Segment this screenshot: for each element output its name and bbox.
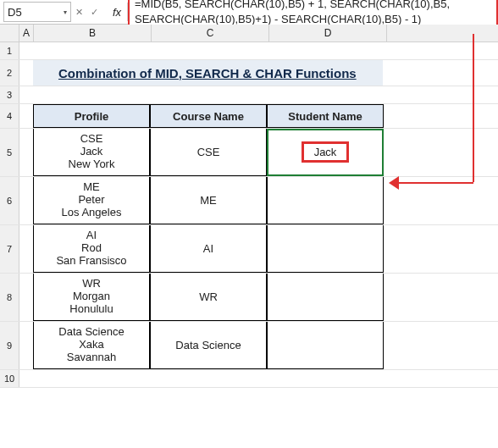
cell[interactable] bbox=[150, 370, 267, 387]
profile-line: Jack bbox=[80, 146, 103, 158]
profile-cell[interactable]: WR Morgan Honululu bbox=[33, 274, 150, 321]
profile-line: Savannah bbox=[67, 351, 117, 364]
cell[interactable] bbox=[19, 225, 33, 273]
select-all-corner[interactable] bbox=[0, 25, 19, 41]
cell[interactable] bbox=[19, 42, 33, 59]
student-cell[interactable] bbox=[267, 274, 384, 321]
name-box[interactable]: D5 ▾ bbox=[3, 2, 71, 22]
column-header-b[interactable]: B bbox=[34, 25, 152, 41]
cell[interactable] bbox=[19, 370, 33, 387]
profile-cell[interactable]: ME Peter Los Angeles bbox=[33, 177, 150, 224]
row-header[interactable]: 6 bbox=[0, 177, 19, 224]
header-course[interactable]: Course Name bbox=[150, 104, 267, 128]
profile-line: Rod bbox=[81, 242, 102, 255]
course-cell[interactable]: WR bbox=[150, 274, 267, 321]
worksheet-grid[interactable]: A B C D 1 2 Combination of MID, SEARCH &… bbox=[0, 25, 498, 388]
column-header-c[interactable]: C bbox=[152, 25, 269, 41]
profile-line: San Fransisco bbox=[56, 255, 126, 268]
course-cell[interactable]: AI bbox=[150, 225, 267, 273]
header-profile[interactable]: Profile bbox=[33, 104, 150, 128]
annotation-line-v bbox=[473, 34, 474, 182]
formula-bar: D5 ▾ ✕ ✓ fx =MID(B5, SEARCH(CHAR(10),B5)… bbox=[0, 0, 498, 25]
cell[interactable] bbox=[33, 42, 150, 59]
cell[interactable] bbox=[267, 42, 384, 59]
course-cell[interactable]: CSE bbox=[150, 129, 267, 176]
fx-button[interactable]: fx bbox=[107, 3, 128, 21]
column-headers: A B C D bbox=[0, 25, 498, 42]
title-cell[interactable]: Combination of MID, SEARCH & CHAR Functi… bbox=[33, 60, 384, 86]
arrow-left-icon bbox=[389, 176, 399, 190]
profile-line: Morgan bbox=[73, 290, 110, 303]
cell[interactable] bbox=[267, 86, 384, 103]
cell[interactable] bbox=[19, 60, 33, 86]
chevron-down-icon[interactable]: ▾ bbox=[64, 8, 67, 16]
cell[interactable] bbox=[33, 86, 150, 103]
course-cell[interactable]: Data Science bbox=[150, 322, 267, 369]
row-header[interactable]: 5 bbox=[0, 129, 19, 176]
cell[interactable] bbox=[19, 322, 33, 369]
cell[interactable] bbox=[19, 104, 33, 128]
profile-line: Honululu bbox=[69, 303, 113, 316]
cell[interactable] bbox=[267, 370, 384, 387]
annotation-line-h bbox=[397, 182, 473, 184]
profile-line: Peter bbox=[78, 194, 104, 207]
row-header[interactable]: 4 bbox=[0, 104, 19, 128]
cell[interactable] bbox=[150, 42, 267, 59]
profile-line: New York bbox=[69, 158, 115, 171]
accept-icon[interactable]: ✓ bbox=[86, 7, 102, 18]
cancel-icon[interactable]: ✕ bbox=[71, 7, 86, 18]
course-cell[interactable]: ME bbox=[150, 177, 267, 224]
cell[interactable] bbox=[33, 370, 150, 387]
profile-line: CSE bbox=[80, 133, 103, 146]
profile-line: Los Angeles bbox=[62, 207, 122, 219]
student-cell[interactable] bbox=[267, 322, 384, 369]
row-header[interactable]: 10 bbox=[0, 370, 19, 387]
cell[interactable] bbox=[19, 129, 33, 176]
cell[interactable] bbox=[19, 274, 33, 321]
row-header[interactable]: 3 bbox=[0, 86, 19, 103]
student-cell-active[interactable]: Jack bbox=[267, 129, 384, 176]
profile-cell[interactable]: CSE Jack New York bbox=[33, 129, 150, 176]
profile-cell[interactable]: AI Rod San Fransisco bbox=[33, 225, 150, 273]
profile-line: Xaka bbox=[79, 339, 104, 351]
profile-line: AI bbox=[86, 230, 97, 242]
cell[interactable] bbox=[19, 86, 33, 103]
column-header-a[interactable]: A bbox=[19, 25, 34, 41]
name-box-text: D5 bbox=[8, 6, 64, 19]
profile-line: Data Science bbox=[58, 326, 124, 339]
result-highlight: Jack bbox=[302, 141, 350, 163]
row-header[interactable]: 7 bbox=[0, 225, 19, 273]
column-header-d[interactable]: D bbox=[269, 25, 387, 41]
row-header[interactable]: 8 bbox=[0, 274, 19, 321]
cell[interactable] bbox=[150, 86, 267, 103]
row-header[interactable]: 9 bbox=[0, 322, 19, 369]
row-header[interactable]: 2 bbox=[0, 60, 19, 86]
student-cell[interactable] bbox=[267, 177, 384, 224]
header-student[interactable]: Student Name bbox=[267, 104, 384, 128]
row-header[interactable]: 1 bbox=[0, 42, 19, 59]
student-cell[interactable] bbox=[267, 225, 384, 273]
cell[interactable] bbox=[19, 177, 33, 224]
profile-cell[interactable]: Data Science Xaka Savannah bbox=[33, 322, 150, 369]
profile-line: ME bbox=[83, 181, 100, 194]
profile-line: WR bbox=[82, 278, 101, 290]
